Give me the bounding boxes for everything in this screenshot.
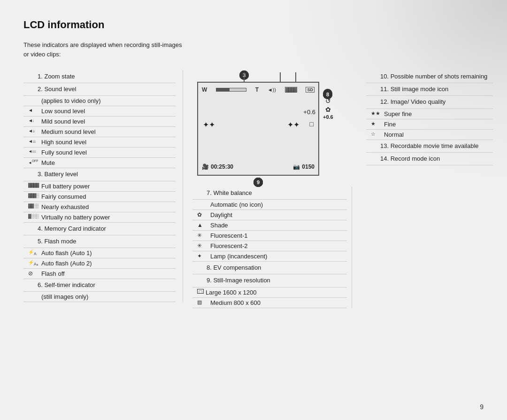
item-label: Large 1600 x 1200 <box>204 289 256 296</box>
res-med-icon: ▨ <box>197 299 210 305</box>
item-label: 12. Image/ Video quality <box>380 98 493 106</box>
item-label: Virtually no battery power <box>41 214 110 221</box>
item-label: 8. EV compensation <box>207 264 347 272</box>
middle-text-section: 7. White balance Automatic (no icon) ✿ D… <box>192 187 352 308</box>
item-label: 2. Sound level <box>38 85 176 93</box>
item-label: Normal <box>384 131 404 138</box>
list-item: ⊘ Flash off <box>23 269 176 279</box>
flash-auto1-icon: ⚡A <box>28 249 41 256</box>
sound-fully-icon: ◄ᵢᵢᵢᵢ <box>28 149 41 154</box>
shots-display: 0150 <box>302 163 315 170</box>
item-label: Super fine <box>384 110 412 117</box>
zoom-t-label: T <box>255 86 259 93</box>
item-label: Flash off <box>41 270 65 277</box>
flash-off-icon: ⊘ <box>28 270 41 277</box>
page-number: 9 <box>480 403 484 411</box>
item-label: Medium sound level <box>41 128 96 135</box>
item-label: Fairly consumed <box>41 193 86 200</box>
list-item: ▲ Shade <box>192 220 347 231</box>
item-label: Automatic (no icon) <box>210 201 263 208</box>
list-item: ⚡A Auto flash (Auto 1) <box>23 248 176 258</box>
list-item: 5. Flash mode <box>23 235 176 248</box>
left-column: 1. Zoom state 2. Sound level (applies to… <box>23 70 183 308</box>
camera-icon: 📷 <box>293 163 300 170</box>
item-label: Auto flash (Auto 1) <box>41 249 92 257</box>
wb-fluor2-icon: ✳ <box>197 242 210 249</box>
item-label: Fluorescent-1 <box>210 232 247 239</box>
item-label: Medium 800 x 600 <box>210 299 261 306</box>
list-item: ◄ᵢᵢᵢᵢ Fully sound level <box>23 148 176 158</box>
wb-shade-icon: ▲ <box>197 222 210 228</box>
list-item: ★★ Super fine <box>366 109 493 119</box>
list-item: 2. Sound level <box>23 83 176 96</box>
list-item: 8. EV compensation <box>192 262 347 274</box>
item-label: 11. Still image mode icon <box>380 85 493 93</box>
list-item: ▓▓▓▓ Full battery power <box>23 181 176 192</box>
list-item: 3. Battery level <box>23 168 176 181</box>
sound-mild-icon: ◄ᵢ <box>28 118 41 123</box>
battery-near-icon: ▓▓░░ <box>28 203 41 208</box>
lcd-top-bar: W T ◄)) ▓▓▓▓ SD <box>202 86 315 93</box>
list-item: ◄ᵢᵢᵢ High sound level <box>23 137 176 148</box>
list-item: 1. Zoom state <box>23 70 176 83</box>
item-label: Nearly exhausted <box>41 203 89 210</box>
list-item: 13. Recordable movie time available <box>366 140 493 153</box>
list-item: ◄ᵢ Mild sound level <box>23 117 176 127</box>
list-item: □ Large 1600 x 1200 <box>192 288 347 298</box>
sound-icon-display: ◄)) <box>268 87 276 93</box>
item-label: Auto flash (Auto 2) <box>41 260 92 267</box>
item-label: Full battery power <box>41 183 90 190</box>
item-label: 7. White balance <box>207 189 347 197</box>
battery-fair-icon: ▓▓▓░ <box>28 193 41 198</box>
lcd-diagram: 1 2 3 W <box>197 70 347 178</box>
battery-full-icon: ▓▓▓▓ <box>28 183 41 187</box>
item-label: (still images only) <box>41 293 88 300</box>
page-title: LCD information <box>23 19 484 31</box>
diagram-num-8: 8 <box>323 90 332 99</box>
item-label: 10. Possible number of shots remaining <box>380 72 493 81</box>
res-large-icon: □ <box>197 289 204 294</box>
item-label: Daylight <box>210 211 232 218</box>
list-item: 4. Memory Card indicator <box>23 223 176 235</box>
list-item: ▓▓▓░ Fairly consumed <box>23 192 176 202</box>
list-item: 6. Self-timer indicator <box>23 279 176 292</box>
lcd-screen: W T ◄)) ▓▓▓▓ SD <box>197 82 319 176</box>
list-item: ✳ Fluorescent-1 <box>192 231 347 241</box>
list-item: ★ Fine <box>366 119 493 130</box>
item-label: 14. Record mode icon <box>380 155 493 163</box>
middle-column: 1 2 3 W <box>192 70 352 308</box>
sound-mute-icon: ◄OFF <box>28 159 41 165</box>
ev-label-diagram: +0.6 <box>323 114 333 120</box>
shots-area: 📷 0150 <box>293 163 315 170</box>
item-label: Mild sound level <box>41 118 85 125</box>
list-item: ▓░░░ Virtually no battery power <box>23 212 176 223</box>
item-label: Mute <box>41 159 55 166</box>
quality-icon: □ <box>310 120 314 128</box>
list-item: 14. Record mode icon <box>366 153 493 165</box>
list-item: ◄ Low sound level <box>23 106 176 117</box>
list-item: (still images only) <box>23 292 176 302</box>
sound-high-icon: ◄ᵢᵢᵢ <box>28 139 41 144</box>
list-item: ✦ Lamp (incandescent) <box>192 251 347 262</box>
right-col-inner: 10. Possible number of shots remaining 1… <box>361 70 493 165</box>
qual-fine-icon: ★ <box>371 121 384 127</box>
time-display: 00:25:30 <box>211 163 233 170</box>
item-label: 1. Zoom state <box>38 72 176 81</box>
list-item: (applies to video only) <box>23 96 176 106</box>
wb-fluor1-icon: ✳ <box>197 232 210 239</box>
list-item: 7. White balance <box>192 187 347 200</box>
video-time-area: 🎥 00:25:30 <box>202 163 233 170</box>
list-item: ◄ᵢᵢ Medium sound level <box>23 127 176 137</box>
ev-value-display: +0.6 <box>303 109 315 116</box>
item-label: Fully sound level <box>41 149 87 156</box>
item-label: 6. Self-timer indicator <box>38 281 176 289</box>
list-item: 10. Possible number of shots remaining <box>366 70 493 83</box>
list-item: ✳ Fluorescent-2 <box>192 241 347 251</box>
right-column: 10. Possible number of shots remaining 1… <box>361 70 493 308</box>
flash-auto2-icon: ⚡A₂ <box>28 260 41 266</box>
list-item: ▓▓░░ Nearly exhausted <box>23 202 176 212</box>
sd-label-display: SD <box>306 87 315 93</box>
list-item: ▨ Medium 800 x 600 <box>192 298 347 308</box>
item-label: 3. Battery level <box>38 170 176 179</box>
qual-normal-icon: ☆ <box>371 131 384 137</box>
